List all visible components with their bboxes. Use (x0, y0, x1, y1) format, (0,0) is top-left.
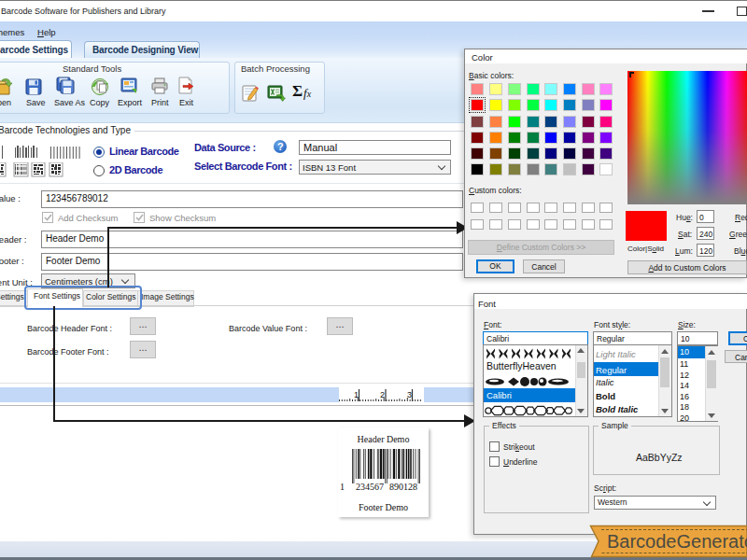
svg-text:3: 3 (407, 390, 412, 399)
svg-text:1: 1 (354, 390, 359, 399)
svg-text:2: 2 (380, 390, 385, 399)
svg-text:BarcodeGenerator: BarcodeGenerator (607, 531, 747, 552)
